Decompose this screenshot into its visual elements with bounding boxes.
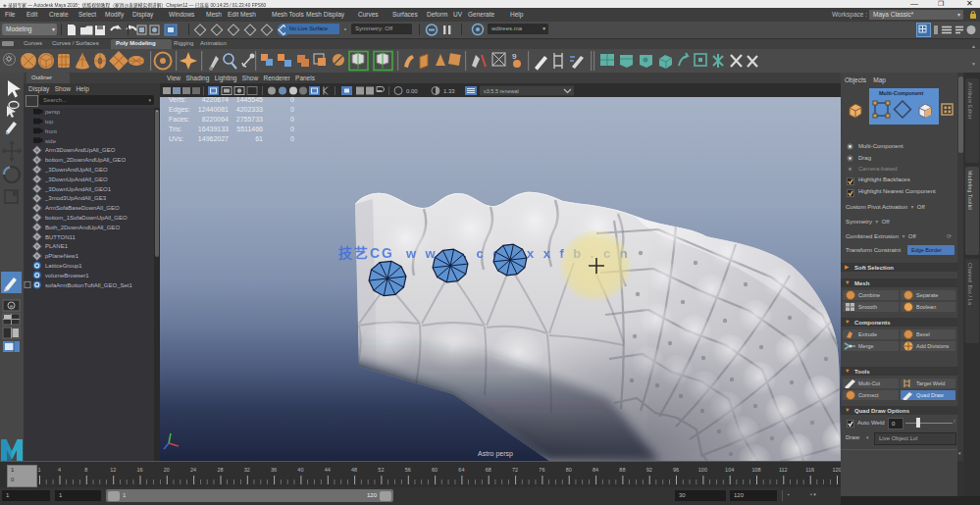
svg-text:8: 8	[84, 467, 87, 473]
svg-text:Edges:: Edges:	[169, 106, 190, 114]
svg-text:ArmSofaBaseDownAll_GEO: ArmSofaBaseDownAll_GEO	[45, 205, 120, 211]
svg-text:pPlaneNew1: pPlaneNew1	[45, 253, 79, 259]
svg-text:12440081: 12440081	[198, 106, 229, 113]
svg-text:Both_2DownAndUpAll_GEO: Both_2DownAndUpAll_GEO	[45, 225, 120, 230]
svg-text:84: 84	[593, 467, 598, 473]
svg-text:sofaArmButtonTuftAll_GEO_Set1: sofaArmButtonTuftAll_GEO_Set1	[45, 282, 132, 288]
svg-text:60: 60	[432, 467, 438, 473]
svg-text:_3mod3UpAndAll_GE3: _3mod3UpAndAll_GE3	[44, 195, 107, 201]
svg-text:96: 96	[673, 467, 679, 473]
svg-text:BUTTON11: BUTTON11	[45, 234, 76, 240]
svg-text:0: 0	[290, 135, 294, 142]
svg-text:36: 36	[271, 467, 277, 473]
svg-text:104: 104	[725, 467, 734, 473]
svg-text:top: top	[45, 119, 54, 125]
svg-text:Arm3DownAndUpAll_GEO: Arm3DownAndUpAll_GEO	[45, 147, 116, 153]
svg-text:20: 20	[164, 467, 170, 473]
svg-text:76: 76	[539, 467, 544, 473]
svg-text:4220674: 4220674	[202, 97, 229, 103]
svg-text:12: 12	[110, 467, 116, 473]
svg-text:bottom_1SofaDownUpAll_GEO: bottom_1SofaDownUpAll_GEO	[45, 215, 128, 221]
svg-text:2755733: 2755733	[236, 116, 263, 123]
svg-text:9: 9	[512, 52, 517, 61]
svg-text:80: 80	[566, 467, 572, 473]
svg-text:64: 64	[458, 467, 464, 473]
svg-text:side: side	[45, 138, 57, 144]
svg-text:116: 116	[805, 467, 814, 473]
svg-text:40: 40	[297, 467, 303, 473]
svg-text:1: 1	[37, 467, 40, 473]
svg-text:100: 100	[698, 467, 707, 473]
svg-text:56: 56	[405, 467, 411, 473]
svg-text:32: 32	[244, 467, 250, 473]
svg-text:Astro persp: Astro persp	[478, 450, 513, 458]
svg-text:bottom_2DownAndUpAll_GEO: bottom_2DownAndUpAll_GEO	[45, 157, 126, 163]
svg-text:68: 68	[486, 467, 491, 473]
svg-text:14962027: 14962027	[198, 135, 229, 142]
svg-text:1445545: 1445545	[236, 97, 263, 103]
svg-text:4202333: 4202333	[236, 106, 263, 113]
svg-text:LatticeGroup1: LatticeGroup1	[45, 263, 82, 269]
svg-text:_3DownUpAndAll_GEO1: _3DownUpAndAll_GEO1	[44, 186, 112, 192]
svg-text:24: 24	[190, 467, 196, 473]
svg-text:Tris:: Tris:	[169, 126, 181, 132]
svg-text:volumeBrowser1: volumeBrowser1	[45, 273, 89, 278]
svg-text:61: 61	[255, 135, 263, 142]
svg-text:88: 88	[619, 467, 625, 473]
svg-text:PLANE1: PLANE1	[45, 243, 69, 249]
svg-text:108: 108	[751, 467, 760, 473]
svg-text:front: front	[45, 128, 57, 134]
svg-text:8220064: 8220064	[202, 116, 229, 123]
svg-text:技艺CG: 技艺CG	[338, 245, 394, 261]
svg-text:112: 112	[779, 467, 788, 473]
svg-text:0.00: 0.00	[406, 88, 418, 94]
svg-text:0: 0	[290, 97, 294, 103]
svg-text:4: 4	[58, 467, 61, 473]
svg-text:0: 0	[290, 116, 294, 123]
svg-text:_3DownAndUpAll_GEO: _3DownAndUpAll_GEO	[44, 167, 108, 173]
svg-text:48: 48	[351, 467, 357, 473]
svg-text:0: 0	[290, 106, 294, 113]
svg-text:1.33: 1.33	[443, 88, 455, 94]
svg-text:_3DownUpAndAll_GEO: _3DownUpAndAll_GEO	[44, 177, 108, 182]
svg-text:v3.5.5 renewal: v3.5.5 renewal	[484, 88, 519, 94]
svg-text:28: 28	[217, 467, 223, 473]
svg-text:5511466: 5511466	[236, 126, 263, 132]
svg-text:Faces:: Faces:	[169, 116, 189, 123]
svg-text:120: 120	[832, 467, 841, 473]
svg-text:UVs:: UVs:	[169, 135, 183, 142]
svg-text:persp: persp	[45, 109, 61, 115]
svg-text:92: 92	[646, 467, 652, 473]
svg-text:72: 72	[512, 467, 518, 473]
svg-text:16: 16	[136, 467, 142, 473]
svg-text:52: 52	[378, 467, 384, 473]
svg-text:44: 44	[325, 467, 331, 473]
svg-text:16439133: 16439133	[198, 126, 229, 132]
svg-text:0: 0	[290, 126, 294, 132]
svg-text:Verts:: Verts:	[169, 97, 186, 103]
